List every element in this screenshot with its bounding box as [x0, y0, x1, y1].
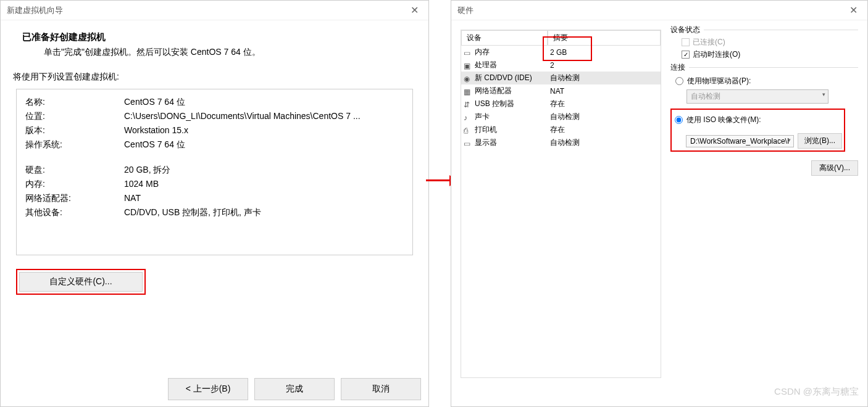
browse-button[interactable]: 浏览(B)...	[798, 133, 842, 149]
use-iso-radio[interactable]	[675, 116, 683, 124]
device-name: 显示器	[475, 138, 497, 148]
device-summary: 自动检测	[550, 73, 658, 83]
net-icon: ▦	[464, 88, 472, 95]
value-other: CD/DVD, USB 控制器, 打印机, 声卡	[124, 207, 404, 218]
device-summary: 2 GB	[550, 48, 658, 57]
connection-group: 连接 使用物理驱动器(P): 自动检测 使用 ISO 映像文件(M):	[670, 67, 858, 176]
device-name: 打印机	[475, 125, 497, 135]
mem-icon: ▭	[464, 49, 472, 56]
usb-icon: ⇵	[464, 101, 472, 108]
dsp-icon: ▭	[464, 139, 472, 147]
label-os: 操作系统:	[25, 139, 124, 150]
watermark: CSDN @东离与糖宝	[774, 386, 859, 398]
value-disk: 20 GB, 拆分	[124, 165, 404, 176]
value-location: C:\Users\DONG_LI\Documents\Virtual Machi…	[124, 111, 404, 122]
finish-button[interactable]: 完成	[254, 378, 335, 400]
label-other: 其他设备:	[25, 207, 124, 218]
device-name: 网络适配器	[475, 86, 512, 96]
device-row[interactable]: ▦网络适配器NAT	[461, 84, 661, 97]
label-location: 位置:	[25, 111, 124, 122]
value-memory: 1024 MB	[124, 179, 404, 190]
device-name: 内存	[475, 47, 490, 57]
hardware-title: 硬件	[457, 5, 474, 16]
wizard-title: 新建虚拟机向导	[7, 5, 63, 16]
device-summary: 自动检测	[550, 112, 658, 122]
connection-title: 连接	[670, 62, 689, 73]
connected-checkbox	[682, 38, 690, 46]
device-list: 设备 摘要 ▭内存2 GB▣处理器2◉新 CD/DVD (IDE)自动检测▦网络…	[461, 30, 661, 378]
device-name: 新 CD/DVD (IDE)	[475, 73, 532, 83]
device-row[interactable]: ♪声卡自动检测	[461, 110, 661, 123]
use-iso-label: 使用 ISO 映像文件(M):	[686, 115, 761, 125]
device-summary: 2	[550, 61, 658, 70]
value-os: CentOS 7 64 位	[124, 139, 404, 150]
use-physical-label: 使用物理驱动器(P):	[687, 76, 751, 86]
label-memory: 内存:	[25, 179, 124, 190]
custom-hardware-button[interactable]: 自定义硬件(C)...	[19, 272, 143, 292]
back-button[interactable]: < 上一步(B)	[168, 378, 248, 400]
iso-path-combo[interactable]: D:\WorkSoftware_Workplace\I	[686, 135, 794, 147]
device-name: 处理器	[475, 60, 497, 70]
use-physical-radio[interactable]	[675, 77, 683, 85]
snd-icon: ♪	[464, 113, 472, 121]
connect-on-power-label: 启动时连接(O)	[693, 49, 740, 60]
value-version: Workstation 15.x	[124, 125, 404, 136]
device-row[interactable]: ⎙打印机存在	[461, 123, 661, 136]
device-row[interactable]: ▭内存2 GB	[461, 46, 661, 59]
col-summary[interactable]: 摘要	[548, 30, 661, 46]
wizard-heading: 已准备好创建虚拟机	[16, 31, 413, 43]
device-summary: 存在	[550, 125, 658, 135]
device-status-title: 设备状态	[670, 25, 704, 35]
label-disk: 硬盘:	[25, 165, 124, 176]
device-row[interactable]: ▭显示器自动检测	[461, 136, 661, 149]
hardware-dialog: 硬件 ✕ 设备 摘要 ▭内存2 GB▣处理器2◉新 CD/DVD (IDE)自动…	[451, 0, 868, 407]
label-net: 网络适配器:	[25, 193, 124, 204]
device-row[interactable]: ⇵USB 控制器存在	[461, 97, 661, 110]
connect-on-power-checkbox[interactable]: ✓	[682, 51, 690, 59]
value-name: CentOS 7 64 位	[124, 97, 404, 108]
iso-highlight: 使用 ISO 映像文件(M): D:\WorkSoftware_Workplac…	[670, 109, 845, 152]
device-summary: NAT	[550, 87, 658, 96]
device-row[interactable]: ▣处理器2	[461, 59, 661, 72]
cancel-button[interactable]: 取消	[341, 378, 421, 400]
device-name: 声卡	[475, 112, 490, 122]
wizard-desc: 将使用下列设置创建虚拟机:	[13, 72, 413, 83]
wizard-subheading: 单击"完成"创建虚拟机。然后可以安装 CentOS 7 64 位。	[16, 47, 413, 58]
settings-box: 名称:CentOS 7 64 位 位置:C:\Users\DONG_LI\Doc…	[16, 89, 413, 255]
prn-icon: ⎙	[464, 126, 472, 134]
advanced-button[interactable]: 高级(V)...	[811, 160, 858, 176]
wizard-titlebar: 新建虚拟机向导 ✕	[1, 1, 428, 20]
device-summary: 存在	[550, 99, 658, 109]
device-row[interactable]: ◉新 CD/DVD (IDE)自动检测	[461, 72, 661, 84]
close-icon[interactable]: ✕	[846, 4, 861, 16]
custom-hardware-highlight: 自定义硬件(C)...	[16, 269, 146, 295]
cpu-icon: ▣	[464, 62, 472, 69]
physical-drive-combo: 自动检测	[686, 89, 828, 104]
label-name: 名称:	[25, 97, 124, 108]
device-summary: 自动检测	[550, 138, 658, 148]
device-name: USB 控制器	[475, 99, 514, 109]
label-version: 版本:	[25, 125, 124, 136]
wizard-dialog: 新建虚拟机向导 ✕ 已准备好创建虚拟机 单击"完成"创建虚拟机。然后可以安装 C…	[0, 0, 429, 407]
hardware-titlebar: 硬件 ✕	[451, 1, 867, 20]
value-net: NAT	[124, 193, 404, 204]
col-device[interactable]: 设备	[461, 30, 548, 46]
connected-label: 已连接(C)	[693, 37, 725, 47]
device-status-group: 设备状态 已连接(C) ✓ 启动时连接(O)	[670, 30, 858, 60]
close-icon[interactable]: ✕	[407, 4, 422, 16]
cd-icon: ◉	[464, 75, 472, 82]
